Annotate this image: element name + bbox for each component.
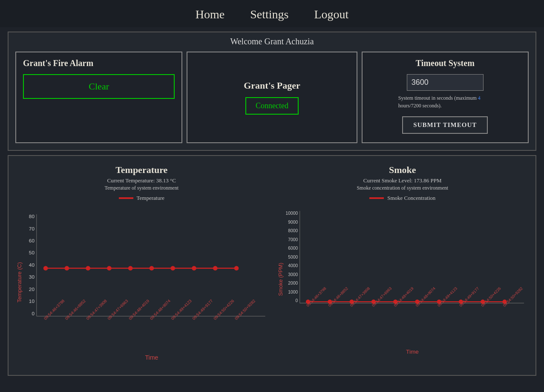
timeout-input[interactable] [407,74,484,91]
temperature-description: Temperature of system environment [105,185,178,191]
nav-settings[interactable]: Settings [250,8,288,21]
svg-text:09:54:50+9282: 09:54:50+9282 [234,298,256,321]
temperature-heading: Temperature [115,164,167,176]
temperature-chart-svg-wrapper: Temperature (C) 80 70 60 50 40 30 20 10 … [15,204,268,362]
svg-point-16 [150,266,153,270]
svg-text:9000: 9000 [288,220,298,225]
connection-status-badge: Connected [245,97,299,115]
svg-text:09:54:47+6963: 09:54:47+6963 [371,286,392,308]
svg-text:09:54:49+4123: 09:54:49+4123 [437,286,458,308]
fire-alarm-title: Grant's Fire Alarm [23,58,175,68]
navigation: Home Settings Logout [0,0,544,27]
timeout-card: Timeout System System timeout in seconds… [362,52,529,143]
svg-text:4000: 4000 [288,263,298,268]
svg-text:30: 30 [29,274,35,280]
smoke-current: Current Smoke Level: 173.86 PPM [363,177,442,184]
charts-row: Temperature Current Temperature: 38.13 °… [15,164,529,362]
pager-card: Grant's Pager Connected [187,52,357,143]
svg-text:09:54:48+4019: 09:54:48+4019 [128,298,150,321]
pager-title: Grant's Pager [244,80,300,91]
svg-text:20: 20 [29,286,35,292]
svg-point-17 [171,266,175,270]
clear-button[interactable]: Clear [23,74,175,99]
smoke-chart-svg-wrapper: Smoke (PPM) 10000 9000 8000 7000 6000 50… [276,204,529,356]
svg-text:3000: 3000 [288,272,298,277]
cards-row: Grant's Fire Alarm Clear Grant's Pager C… [15,52,529,143]
top-panel: Welcome Grant Achuzia Grant's Fire Alarm… [8,32,536,151]
temp-y-axis-label: Temperature (C) [16,262,23,303]
svg-point-12 [65,266,69,270]
svg-text:0: 0 [295,298,298,303]
svg-text:09:54:50+4226: 09:54:50+4226 [213,298,235,321]
temperature-legend-line [119,197,133,199]
svg-text:40: 40 [29,262,35,268]
svg-text:09:54:49+4123: 09:54:49+4123 [170,298,193,321]
svg-text:09:54:49+9177: 09:54:49+9177 [191,298,214,321]
svg-point-13 [86,266,90,270]
temperature-chart-container: Temperature Current Temperature: 38.13 °… [15,164,268,362]
svg-text:80: 80 [29,213,35,219]
nav-home[interactable]: Home [196,8,225,21]
svg-text:09:54:48+9074: 09:54:48+9074 [149,298,172,321]
smoke-legend: Smoke Concentration [369,195,435,202]
svg-text:09:54:46+3798: 09:54:46+3798 [305,286,327,308]
smoke-y-axis-label: Smoke (PPM) [277,263,283,296]
svg-text:1000: 1000 [288,290,298,294]
svg-text:50: 50 [29,250,35,256]
svg-point-19 [213,266,217,270]
smoke-description: Smoke concentration of system environmen… [357,185,448,191]
smoke-chart-container: Smoke Current Smoke Level: 173.86 PPM Sm… [276,164,529,362]
svg-point-14 [107,266,111,270]
svg-text:09:54:46+8852: 09:54:46+8852 [327,286,348,308]
svg-text:09:54:47+6963: 09:54:47+6963 [106,298,129,321]
temperature-legend-label: Temperature [137,195,165,202]
svg-text:09:54:50+9282: 09:54:50+9282 [502,286,523,308]
svg-text:10000: 10000 [285,211,298,216]
svg-point-15 [128,266,132,270]
temperature-chart-svg: Temperature (C) 80 70 60 50 40 30 20 10 … [15,204,268,360]
svg-text:09:54:49+9177: 09:54:49+9177 [458,286,480,308]
svg-text:09:54:47+3908: 09:54:47+3908 [85,298,108,321]
welcome-title: Welcome Grant Achuzia [15,37,529,46]
chart-panel: Temperature Current Temperature: 38.13 °… [8,155,536,376]
svg-text:6000: 6000 [288,246,298,251]
submit-timeout-button[interactable]: SUBMIT TIMEOUT [402,116,488,134]
svg-text:2000: 2000 [288,281,298,285]
svg-text:Time: Time [406,349,419,355]
svg-text:09:54:46+3798: 09:54:46+3798 [43,298,66,321]
svg-text:70: 70 [29,226,35,232]
smoke-heading: Smoke [389,164,416,176]
timeout-title: Timeout System [416,58,475,68]
svg-text:0: 0 [32,311,35,317]
fire-alarm-card: Grant's Fire Alarm Clear [15,52,182,143]
svg-text:10: 10 [29,298,35,304]
svg-text:09:54:48+4019: 09:54:48+4019 [393,286,414,308]
smoke-legend-label: Smoke Concentration [387,195,435,202]
smoke-chart-svg: Smoke (PPM) 10000 9000 8000 7000 6000 50… [276,204,529,355]
svg-text:7000: 7000 [288,237,298,242]
svg-text:09:54:46+8852: 09:54:46+8852 [64,298,87,321]
svg-point-18 [192,266,196,270]
svg-point-11 [43,266,47,270]
svg-text:09:54:47+3908: 09:54:47+3908 [349,286,370,308]
svg-text:09:54:48+9074: 09:54:48+9074 [414,286,436,308]
temperature-legend: Temperature [119,195,165,202]
svg-text:5000: 5000 [288,255,298,259]
svg-text:8000: 8000 [288,228,298,233]
nav-logout[interactable]: Logout [314,8,348,21]
timeout-description: System timeout in seconds (maximum 4 hou… [398,94,492,110]
svg-point-20 [234,266,238,270]
smoke-legend-line [369,197,384,199]
svg-text:60: 60 [29,238,35,244]
svg-text:09:54:50+4226: 09:54:50+4226 [480,286,501,308]
temperature-current: Current Temperature: 38.13 °C [107,177,176,184]
svg-text:Time: Time [145,354,158,360]
